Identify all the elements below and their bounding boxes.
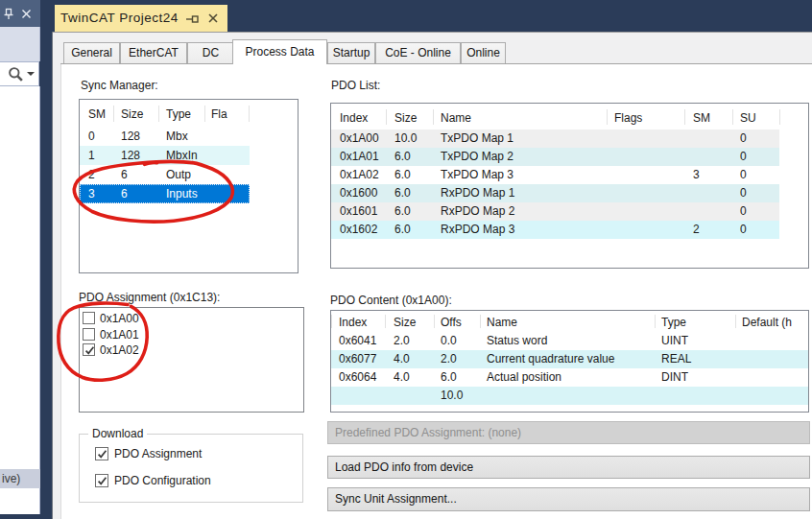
column-header-Flags[interactable]: Flags xyxy=(614,106,642,130)
cell: 6.0 xyxy=(441,368,457,387)
table-row[interactable]: 10.0 xyxy=(331,387,808,405)
column-header-Fla[interactable]: Fla xyxy=(211,102,227,128)
column-header-SU[interactable]: SU xyxy=(740,106,756,130)
pdo-list-table[interactable]: IndexSizeNameFlagsSMSU0x1A0010.0TxPDO Ma… xyxy=(330,103,809,269)
close-icon[interactable] xyxy=(207,12,219,24)
document-tab[interactable]: TwinCAT Project24 xyxy=(55,5,227,32)
column-header-Name[interactable]: Name xyxy=(441,106,471,130)
pdo-assignment-item[interactable]: 0x1A02 xyxy=(83,342,294,358)
sync-unit-assignment-button[interactable]: Sync Unit Assignment... xyxy=(327,487,810,511)
tool-window-titlebar[interactable] xyxy=(0,0,40,27)
pdo-content-table[interactable]: IndexSizeOffsNameTypeDefault (h0x60412.0… xyxy=(330,310,809,413)
table-row[interactable]: 0x16016.0RxPDO Map 20 xyxy=(331,202,779,221)
tab-online[interactable]: Online xyxy=(461,42,506,63)
checkbox-checked[interactable] xyxy=(95,474,108,487)
column-separator xyxy=(113,106,114,122)
cell: 0 xyxy=(740,166,747,184)
cell: TxPDO Map 2 xyxy=(441,148,513,166)
checkbox-unchecked[interactable] xyxy=(83,312,95,324)
checkbox-checked[interactable] xyxy=(95,447,108,460)
column-separator xyxy=(480,315,481,328)
sync-manager-table[interactable]: SMSizeTypeFla0128Mbx1128MbxIn26Outp36Inp… xyxy=(79,99,299,273)
cell: 4.0 xyxy=(394,350,410,368)
pdo-content-label: PDO Content (0x1A00): xyxy=(330,294,452,307)
search-dropdown-caret[interactable] xyxy=(27,72,35,76)
table-row[interactable]: 0x16006.0RxPDO Map 10 xyxy=(331,184,779,202)
pdo-assignment-item[interactable]: 0x1A01 xyxy=(83,327,294,342)
checkbox-unchecked[interactable] xyxy=(83,328,95,341)
column-separator xyxy=(433,109,434,125)
tree-item-selected[interactable]: ive) xyxy=(0,469,40,488)
tab-dc[interactable]: DC xyxy=(187,42,234,63)
download-option-label: PDO Configuration xyxy=(114,474,211,488)
table-row[interactable]: 0x1A016.0TxPDO Map 20 xyxy=(331,148,779,166)
pdo-assignment-label: PDO Assignment (0x1C13): xyxy=(79,291,220,304)
cell: RxPDO Map 2 xyxy=(441,202,514,221)
column-header-Name[interactable]: Name xyxy=(487,313,517,333)
checkbox-checked[interactable] xyxy=(83,343,95,356)
column-separator xyxy=(732,109,733,125)
tab-ethercat[interactable]: EtherCAT xyxy=(120,42,187,63)
cell: 10.0 xyxy=(394,130,417,148)
pin-icon[interactable] xyxy=(186,13,199,24)
tab-process-data[interactable]: Process Data xyxy=(232,39,327,64)
table-row[interactable]: 26Outp xyxy=(80,165,250,184)
load-pdo-info-button[interactable]: Load PDO info from device xyxy=(327,456,810,479)
table-row[interactable]: 0128Mbx xyxy=(80,127,250,146)
cell: 6.0 xyxy=(394,148,411,166)
cell: 3 xyxy=(88,184,95,203)
cell: 0 xyxy=(740,184,747,202)
column-header-SM[interactable]: SM xyxy=(693,106,710,130)
table-row[interactable]: 0x1A0010.0TxPDO Map 10 xyxy=(331,130,779,148)
cell: 6.0 xyxy=(394,184,411,202)
table-row[interactable]: 0x60644.06.0Actual positionDINT xyxy=(331,368,808,387)
tab-startup[interactable]: Startup xyxy=(327,42,375,63)
tab-general[interactable]: General xyxy=(63,42,120,63)
download-option[interactable]: PDO Assignment xyxy=(95,447,287,462)
cell: 2.0 xyxy=(441,350,457,368)
cell: 0x1600 xyxy=(340,184,377,202)
column-separator xyxy=(385,315,386,328)
table-row[interactable]: 0x1A026.0TxPDO Map 330 xyxy=(331,166,779,184)
table-row[interactable]: 0x60774.02.0Current quadrature valueREAL xyxy=(331,350,808,368)
column-separator xyxy=(249,106,250,122)
column-header-Index[interactable]: Index xyxy=(340,106,368,130)
pin-icon[interactable] xyxy=(3,8,14,20)
table-row[interactable]: 1128MbxIn xyxy=(80,146,250,165)
tab-coe-online[interactable]: CoE - Online xyxy=(375,42,461,63)
column-separator xyxy=(386,109,387,125)
cell: 2 xyxy=(693,221,700,239)
table-row[interactable]: 0x60412.00.0Status wordUINT xyxy=(331,332,808,350)
download-option[interactable]: PDO Configuration xyxy=(95,474,287,489)
table-row[interactable]: 0x16026.0RxPDO Map 320 xyxy=(331,221,779,239)
column-header-Default (h[interactable]: Default (h xyxy=(742,313,792,333)
cell: 0x1A02 xyxy=(340,166,379,184)
cell: 3 xyxy=(693,166,700,184)
column-header-Index[interactable]: Index xyxy=(339,313,367,333)
column-header-Type[interactable]: Type xyxy=(166,102,191,128)
search-input[interactable] xyxy=(0,61,39,86)
pdo-assignment-listbox[interactable]: 0x1A000x1A010x1A02 xyxy=(79,307,304,413)
column-separator xyxy=(735,315,736,328)
column-header-Size[interactable]: Size xyxy=(121,102,143,128)
cell: 0 xyxy=(88,127,95,146)
pdo-assignment-item-label: 0x1A00 xyxy=(100,311,139,326)
column-header-Size[interactable]: Size xyxy=(394,313,416,333)
cell: 0x6077 xyxy=(339,350,376,368)
table-row[interactable]: 36Inputs xyxy=(80,184,250,203)
cell: 0x1A00 xyxy=(340,130,379,148)
cell: TxPDO Map 1 xyxy=(441,130,513,148)
close-icon[interactable] xyxy=(21,9,32,19)
cell: DINT xyxy=(661,368,688,387)
column-header-Type[interactable]: Type xyxy=(661,313,686,333)
column-header-Size[interactable]: Size xyxy=(394,106,417,130)
download-group-label: Download xyxy=(88,427,147,440)
dock-separator[interactable] xyxy=(52,32,53,519)
pdo-assignment-item[interactable]: 0x1A00 xyxy=(83,311,294,326)
column-header-SM[interactable]: SM xyxy=(88,102,106,128)
cell: 2 xyxy=(88,165,95,184)
cell: 4.0 xyxy=(394,368,410,387)
column-header-Offs[interactable]: Offs xyxy=(441,313,462,333)
cell: 128 xyxy=(121,127,140,146)
cell: REAL xyxy=(661,350,691,368)
